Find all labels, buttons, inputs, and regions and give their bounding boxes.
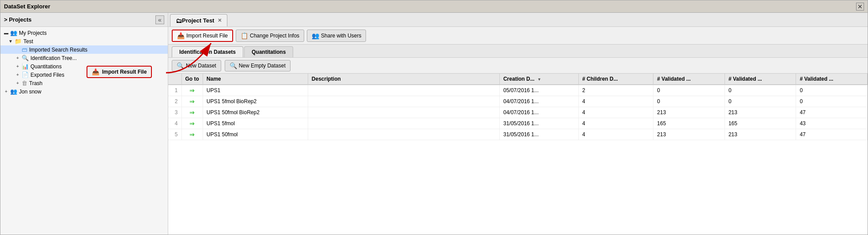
- tab-project-test[interactable]: 🗂 Project Test ✕: [170, 14, 227, 26]
- cell-validated2: 213: [725, 107, 796, 118]
- import-popup-sidebar[interactable]: 📥 Import Result File: [87, 66, 152, 78]
- new-dataset-button[interactable]: 🔍 New Dataset: [172, 60, 221, 71]
- cell-goto[interactable]: ⇒: [181, 107, 203, 118]
- cell-row-num: 2: [168, 96, 181, 107]
- table-row[interactable]: 5 ⇒ UPS1 50fmol 31/05/2016 1... 4 213 21…: [168, 129, 868, 140]
- change-project-infos-label: Change Project Infos: [250, 33, 299, 39]
- col-description-label: Description: [312, 76, 341, 82]
- col-description[interactable]: Description: [308, 74, 499, 85]
- cell-validated1: 0: [653, 96, 725, 107]
- tree-label-exported-files: Exported Files: [30, 72, 64, 78]
- table-row[interactable]: 2 ⇒ UPS1 5fmol BioRep2 04/07/2016 1... 4…: [168, 96, 868, 107]
- sidebar-item-test[interactable]: ▼ 📁 Test: [0, 37, 168, 45]
- content-area: 🗂 Project Test ✕ 📥 Import Result File 📋 …: [168, 13, 868, 235]
- sidebar-item-imported-search-results[interactable]: 🗃 Imported Search Results: [0, 45, 168, 54]
- cell-description: [308, 85, 499, 96]
- cell-validated1: 0: [653, 85, 725, 96]
- import-result-file-button[interactable]: 📥 Import Result File: [172, 30, 233, 42]
- table-row[interactable]: 3 ⇒ UPS1 50fmol BioRep2 04/07/2016 1... …: [168, 107, 868, 118]
- change-project-infos-button[interactable]: 📋 Change Project Infos: [236, 30, 304, 42]
- cell-creation-date: 04/07/2016 1...: [499, 107, 578, 118]
- cell-validated2: 165: [725, 118, 796, 129]
- sidebar-header-title: > Projects: [4, 16, 32, 23]
- sidebar-content: ▬ 👥 My Projects ▼ 📁 Test 🗃 Imported Sear…: [0, 27, 168, 235]
- info-icon: 📋: [241, 32, 248, 39]
- close-button[interactable]: ✕: [856, 3, 864, 11]
- cell-description: [308, 96, 499, 107]
- cell-description: [308, 107, 499, 118]
- datasets-table: Go to Name Description Creation D... ▼: [168, 74, 868, 140]
- table-row[interactable]: 4 ⇒ UPS1 5fmol 31/05/2016 1... 4 165 165…: [168, 118, 868, 129]
- col-name[interactable]: Name: [203, 74, 308, 85]
- sidebar-item-trash[interactable]: + 🗑 Trash: [0, 79, 168, 87]
- cell-row-num: 3: [168, 107, 181, 118]
- tab-close-button[interactable]: ✕: [218, 18, 222, 23]
- table-container: Go to Name Description Creation D... ▼: [168, 74, 868, 235]
- expand-icon: +: [15, 55, 21, 61]
- tree-label-imported-search-results: Imported Search Results: [29, 47, 87, 53]
- sidebar: > Projects « ▬ 👥 My Projects ▼ 📁 Test: [0, 13, 168, 235]
- cell-row-num: 5: [168, 129, 181, 140]
- col-goto[interactable]: Go to: [181, 74, 203, 85]
- col-children-d[interactable]: # Children D...: [578, 74, 653, 85]
- new-empty-dataset-button[interactable]: 🔍 New Empty Dataset: [225, 60, 291, 71]
- cell-validated2: 213: [725, 129, 796, 140]
- tree-label-my-projects: My Projects: [19, 30, 47, 36]
- sidebar-item-my-projects[interactable]: ▬ 👥 My Projects: [0, 29, 168, 37]
- user-icon: 👥: [10, 88, 17, 95]
- import-result-file-label: Import Result File: [186, 33, 228, 39]
- share-icon: 👥: [312, 32, 319, 39]
- cell-validated1: 213: [653, 129, 725, 140]
- tree-label-jon-snow: Jon snow: [19, 89, 42, 95]
- expand-icon: +: [15, 80, 21, 86]
- action-bar: 🔍 New Dataset 🔍 New Empty Dataset: [168, 58, 868, 74]
- cell-name: UPS1 50fmol BioRep2: [203, 107, 308, 118]
- cell-name: UPS1 5fmol BioRep2: [203, 96, 308, 107]
- cell-row-num: 4: [168, 118, 181, 129]
- tree-label-identification-tree: Identification Tree...: [30, 55, 77, 61]
- title-bar: DataSet Explorer ✕: [0, 0, 868, 13]
- cell-goto[interactable]: ⇒: [181, 118, 203, 129]
- sub-tab-id-label: Identification Datasets: [179, 49, 236, 55]
- col-validated2[interactable]: # Validated ...: [725, 74, 796, 85]
- col-row-num: [168, 74, 181, 85]
- cell-validated3: 47: [796, 107, 868, 118]
- folder-icon: 📁: [15, 38, 22, 45]
- cell-validated3: 0: [796, 96, 868, 107]
- col-validated1[interactable]: # Validated ...: [653, 74, 725, 85]
- col-validated3-label: # Validated ...: [800, 76, 833, 82]
- cell-goto[interactable]: ⇒: [181, 85, 203, 96]
- cell-creation-date: 04/07/2016 1...: [499, 96, 578, 107]
- table-row[interactable]: 1 ⇒ UPS1 05/07/2016 1... 2 0 0 0: [168, 85, 868, 96]
- tree-label-quantitations: Quantitations: [30, 63, 62, 70]
- cell-children-d: 2: [578, 85, 653, 96]
- expand-icon: +: [3, 89, 9, 95]
- cell-goto[interactable]: ⇒: [181, 96, 203, 107]
- cell-goto[interactable]: ⇒: [181, 129, 203, 140]
- cell-description: [308, 118, 499, 129]
- cell-name: UPS1 5fmol: [203, 118, 308, 129]
- share-with-users-button[interactable]: 👥 Share with Users: [307, 30, 366, 42]
- tree-label-trash: Trash: [29, 80, 42, 86]
- cell-creation-date: 31/05/2016 1...: [499, 118, 578, 129]
- sort-indicator: ▼: [537, 77, 541, 82]
- tree-label-test: Test: [23, 38, 33, 45]
- cell-children-d: 4: [578, 129, 653, 140]
- new-dataset-icon: 🔍: [177, 62, 184, 69]
- sub-tab-identification-datasets[interactable]: Identification Datasets: [172, 46, 243, 57]
- sidebar-collapse-button[interactable]: «: [155, 15, 164, 24]
- sidebar-item-identification-tree[interactable]: + 🔍 Identification Tree...: [0, 54, 168, 62]
- sidebar-item-jon-snow[interactable]: + 👥 Jon snow: [0, 87, 168, 96]
- cell-name: UPS1 50fmol: [203, 129, 308, 140]
- new-dataset-label: New Dataset: [186, 63, 216, 69]
- col-creation-date[interactable]: Creation D... ▼: [499, 74, 578, 85]
- chart-icon: 📊: [22, 63, 29, 70]
- col-name-label: Name: [207, 76, 221, 82]
- sub-tab-quantitations[interactable]: Quantitations: [244, 46, 293, 57]
- cell-children-d: 4: [578, 96, 653, 107]
- col-validated3[interactable]: # Validated ...: [796, 74, 868, 85]
- col-goto-label: Go to: [185, 76, 199, 82]
- app-window: DataSet Explorer ✕ > Projects « ▬ 👥 My P…: [0, 0, 868, 235]
- cell-validated2: 0: [725, 85, 796, 96]
- sub-tabs: Identification Datasets Quantitations: [168, 45, 868, 58]
